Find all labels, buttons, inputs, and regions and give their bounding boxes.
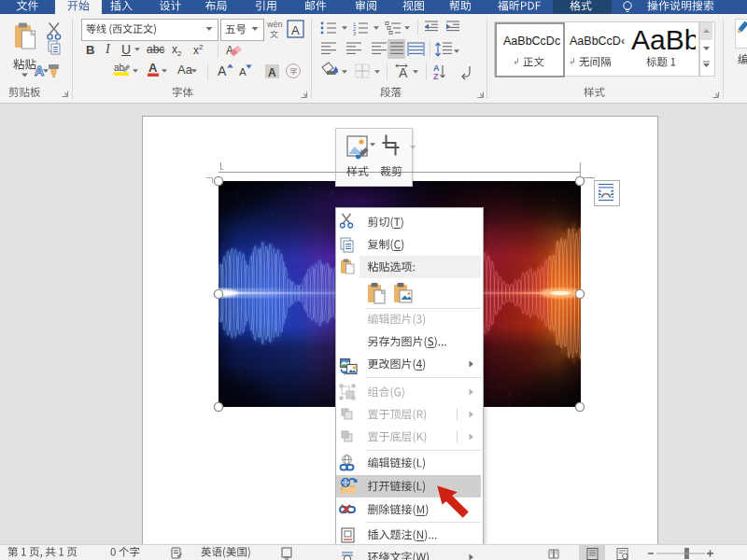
svg-text:Z: Z: [433, 72, 439, 81]
svg-text:A: A: [399, 65, 408, 80]
svg-text:A: A: [218, 63, 227, 78]
svg-text:ab: ab: [114, 63, 125, 73]
svg-text:A: A: [35, 63, 44, 78]
svg-text:wén: wén: [266, 20, 283, 29]
svg-text:A: A: [239, 66, 247, 77]
svg-text:A: A: [148, 61, 158, 75]
svg-text:A: A: [268, 66, 276, 79]
svg-text:3: 3: [353, 31, 356, 36]
svg-text:Aa: Aa: [177, 63, 193, 77]
svg-text:A: A: [291, 23, 300, 37]
